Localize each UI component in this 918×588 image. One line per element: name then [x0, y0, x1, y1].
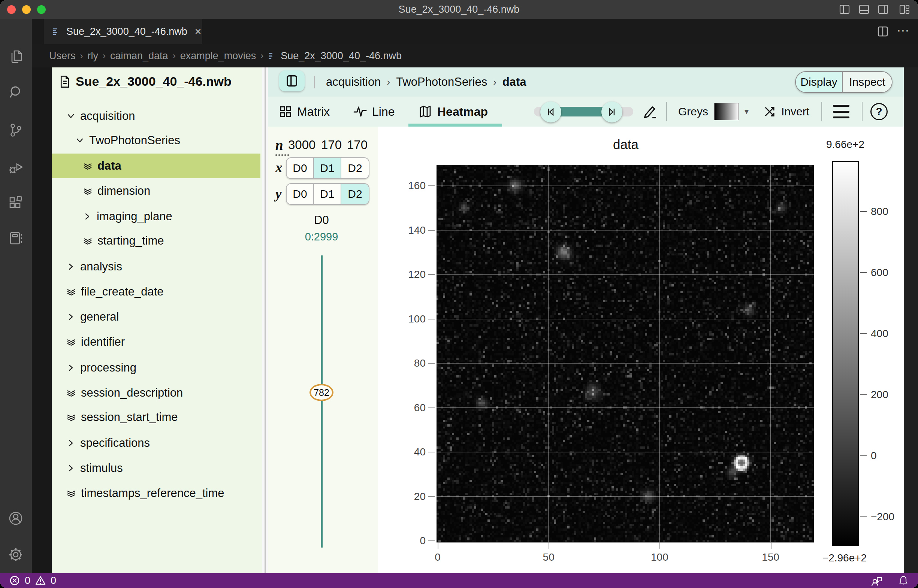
toolbar-divider: [666, 102, 667, 121]
breadcrumb-item[interactable]: Users: [49, 50, 76, 62]
toolbar-divider: [862, 102, 863, 121]
inspect-button[interactable]: Inspect: [843, 72, 892, 92]
tree-item-dimension[interactable]: dimension: [83, 179, 150, 204]
tree-item-TwoPhotonSeries[interactable]: TwoPhotonSeries: [75, 128, 180, 153]
warnings-icon[interactable]: [35, 575, 46, 586]
colorbar-tick: [860, 333, 867, 334]
y-dim-button-D0[interactable]: D0: [287, 184, 314, 204]
breadcrumb-file[interactable]: Sue_2x_3000_40_-46.nwb: [281, 50, 402, 62]
range-start-handle[interactable]: [540, 102, 561, 123]
x-dim-button-D0[interactable]: D0: [287, 158, 314, 178]
dataset-breadcrumb: acquisition›TwoPhotonSeries›data: [326, 68, 526, 97]
x-label: x: [275, 160, 283, 176]
tree-item-starting_time[interactable]: starting_time: [83, 228, 164, 253]
colorbar-tick-label: 800: [871, 206, 889, 218]
tree-item-acquisition[interactable]: acquisition: [66, 104, 135, 128]
y-dimension-selector: D0D1D2: [286, 183, 369, 205]
tree-item-stimulus[interactable]: stimulus: [66, 456, 123, 480]
breadcrumb-separator: ›: [493, 76, 497, 88]
dataset-breadcrumb-item[interactable]: acquisition: [326, 75, 381, 89]
menu-icon[interactable]: [833, 105, 850, 118]
panel-bottom-icon[interactable]: [858, 3, 870, 16]
chevron-right-icon: [66, 463, 76, 473]
tree-item-identifier[interactable]: identifier: [66, 330, 125, 354]
window-title: Sue_2x_3000_40_-46.nwb: [0, 0, 918, 19]
tree-item-analysis[interactable]: analysis: [66, 254, 122, 279]
y-dim-button-D2[interactable]: D2: [342, 184, 369, 204]
tab-label: Sue_2x_3000_40_-46.nwb: [66, 26, 187, 37]
source-control-icon[interactable]: [8, 122, 24, 139]
y-axis-tick-label: 60: [378, 402, 426, 414]
tab-heatmap[interactable]: Heatmap: [419, 97, 488, 127]
tree-item-processing[interactable]: processing: [66, 355, 136, 380]
frame-slider-track[interactable]: [321, 255, 322, 548]
tree-item-label: imaging_plane: [97, 210, 172, 223]
breadcrumb-separator: ›: [261, 50, 264, 61]
x-dim-button-D1[interactable]: D1: [314, 158, 342, 178]
panel-splitter[interactable]: [262, 68, 268, 573]
layout-icon[interactable]: [898, 3, 911, 16]
y-label: y: [275, 186, 282, 202]
colorbar-tick-label: 0: [871, 450, 877, 462]
help-icon[interactable]: ?: [870, 103, 888, 120]
x-axis-tick-label: 50: [534, 551, 563, 563]
tree-item-label: analysis: [80, 260, 122, 273]
tree-item-label: TwoPhotonSeries: [89, 134, 180, 147]
settings-icon[interactable]: [8, 546, 24, 563]
breadcrumb-item[interactable]: caiman_data: [110, 50, 168, 62]
breadcrumb-item[interactable]: example_movies: [180, 50, 256, 62]
y-axis-tick: [428, 274, 435, 275]
errors-count[interactable]: 0: [25, 575, 30, 586]
colorbar-min-label: −2.96e+2: [803, 552, 886, 564]
toggle-sidebar-button[interactable]: [279, 70, 304, 91]
more-actions-icon[interactable]: ⋯: [897, 25, 910, 38]
panel-right-icon[interactable]: [877, 3, 889, 16]
x-axis-tick-label: 100: [644, 551, 674, 563]
tree-item-data[interactable]: data: [83, 153, 121, 178]
invert-button[interactable]: Invert: [763, 97, 810, 127]
tab-matrix[interactable]: Matrix: [279, 97, 330, 127]
x-axis-tick-label: 0: [423, 551, 453, 563]
tab-active[interactable]: Sue_2x_3000_40_-46.nwb ×: [44, 19, 202, 44]
tab-line[interactable]: Line: [353, 97, 395, 127]
tree-item-imaging_plane[interactable]: imaging_plane: [83, 204, 172, 229]
panel-left-icon[interactable]: [838, 3, 851, 16]
warnings-count[interactable]: 0: [50, 575, 56, 586]
account-icon[interactable]: [8, 510, 24, 527]
tree-item-general[interactable]: general: [66, 304, 119, 329]
dataset-breadcrumb-item[interactable]: data: [502, 75, 526, 89]
files-icon[interactable]: [8, 48, 24, 65]
bell-icon[interactable]: [898, 575, 909, 586]
tree-item-specifications[interactable]: specifications: [66, 431, 150, 456]
dimension-controls: n 3000170170 x D0D1D2 y D0D1D2 D0 0:2999…: [268, 127, 378, 573]
errors-icon[interactable]: [9, 575, 20, 586]
chevron-down-icon[interactable]: ▾: [745, 97, 749, 127]
tree-item-session_start_time[interactable]: session_start_time: [66, 405, 178, 430]
tree-item-session_description[interactable]: session_description: [66, 381, 183, 405]
display-button[interactable]: Display: [796, 72, 843, 92]
extensions-icon[interactable]: [8, 195, 24, 212]
split-editor-icon[interactable]: [876, 25, 889, 38]
y-dim-button-D1[interactable]: D1: [314, 184, 342, 204]
titlebar: Sue_2x_3000_40_-46.nwb: [0, 0, 918, 19]
tree-item-file_create_date[interactable]: file_create_date: [66, 279, 164, 304]
x-dim-button-D2[interactable]: D2: [342, 158, 369, 178]
search-icon[interactable]: [8, 84, 24, 101]
tree-item-label: timestamps_reference_time: [81, 486, 225, 500]
run-debug-icon[interactable]: [8, 159, 24, 176]
notebook-icon[interactable]: [8, 230, 24, 247]
colorbar: [832, 161, 859, 546]
colormap-swatch[interactable]: [714, 103, 739, 120]
tab-close-icon[interactable]: ×: [195, 25, 202, 38]
tree-item-label: identifier: [81, 335, 125, 349]
range-end-handle[interactable]: [601, 102, 622, 123]
breadcrumb-item[interactable]: rly: [88, 50, 99, 62]
tab-line-label: Line: [372, 105, 395, 119]
feedback-icon[interactable]: [871, 575, 882, 586]
tree-item-timestamps_reference_time[interactable]: timestamps_reference_time: [66, 481, 225, 506]
n-label: n: [275, 137, 283, 153]
y-axis-tick-label: 100: [378, 313, 426, 325]
frame-slider-handle[interactable]: 782: [309, 384, 334, 401]
edit-icon[interactable]: [642, 103, 658, 120]
dataset-breadcrumb-item[interactable]: TwoPhotonSeries: [396, 75, 487, 89]
